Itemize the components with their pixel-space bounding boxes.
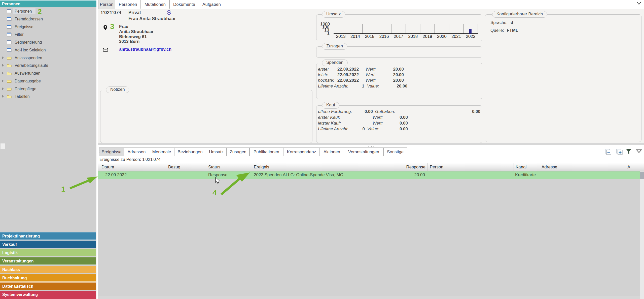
svg-text:2018: 2018 — [408, 34, 418, 39]
svg-text:1: 1 — [327, 31, 330, 36]
svg-text:2016: 2016 — [379, 34, 389, 39]
svg-text:2015: 2015 — [365, 34, 374, 39]
svg-text:2022: 2022 — [466, 34, 476, 39]
svg-text:2020: 2020 — [437, 34, 447, 39]
svg-text:2013: 2013 — [336, 34, 346, 39]
svg-text:2017: 2017 — [394, 34, 403, 39]
svg-text:2021: 2021 — [451, 34, 461, 39]
svg-text:2019: 2019 — [423, 34, 432, 39]
svg-text:2014: 2014 — [350, 34, 360, 39]
